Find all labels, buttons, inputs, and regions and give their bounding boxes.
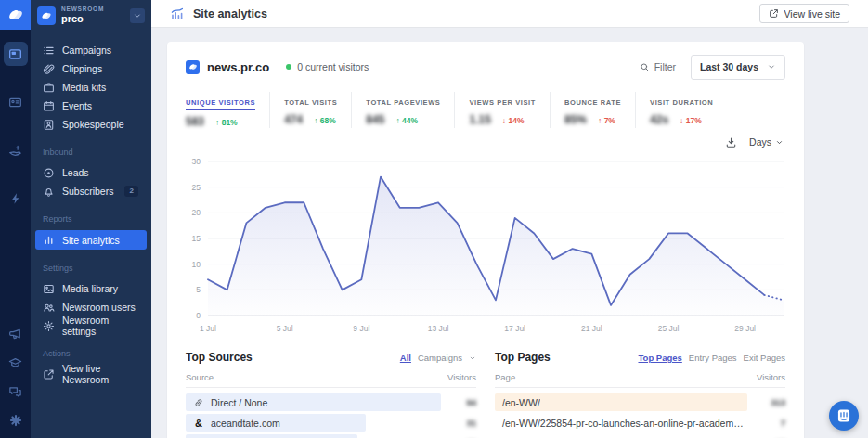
sidebar-section-settings: Settings: [31, 264, 151, 273]
filter-button[interactable]: Filter: [640, 61, 676, 72]
sidebar-item-leads[interactable]: Leads: [31, 163, 151, 182]
rail-item-announcements[interactable]: [4, 322, 28, 346]
external-link-icon: [43, 368, 55, 380]
sidebar-item-label: Spokespeople: [62, 119, 124, 130]
sources-all-link[interactable]: All: [400, 353, 411, 363]
visitors-value-redacted: 313: [771, 397, 785, 407]
date-range-value: Last 30 days: [700, 61, 758, 72]
view-live-site-label: View live site: [784, 8, 841, 19]
stat-visit-duration[interactable]: VISIT DURATION 42s↓ 17%: [635, 92, 727, 128]
sidebar-item-label: Leads: [62, 167, 89, 178]
sidebar-item-spokespeople[interactable]: Spokespeople: [31, 115, 151, 134]
rail-item-academy[interactable]: [4, 351, 28, 375]
visitors-chart: 0510152025301 Jul5 Jul9 Jul13 Jul17 Jul2…: [167, 150, 804, 341]
view-live-site-button[interactable]: View live site: [759, 4, 850, 23]
page-row-contact[interactable]: /en-WW/contact/ 18: [495, 433, 785, 438]
page-row-home[interactable]: /en-WW/ 313: [495, 393, 785, 412]
stat-value-redacted: 583: [186, 115, 204, 128]
sidebar-item-site-analytics[interactable]: Site analytics: [35, 230, 147, 250]
svg-text:30: 30: [192, 157, 201, 166]
briefcase-icon: [43, 82, 55, 94]
stat-unique-visitors[interactable]: UNIQUE VISITORS 583↑ 81%: [186, 92, 269, 128]
gear-icon: [43, 320, 55, 332]
sidebar-item-clippings[interactable]: Clippings: [31, 59, 151, 78]
content-area: news.pr.co 0 current visitors Filter Las…: [151, 28, 868, 438]
stat-total-pageviews[interactable]: TOTAL PAGEVIEWS 845↑ 44%: [351, 92, 454, 128]
page-row-academy-post[interactable]: /en-WW/225854-pr-co-launches-an-online-p…: [495, 413, 785, 432]
rail-item-contacts[interactable]: [4, 90, 28, 114]
top-pages-section: Top Pages Top Pages Entry Pages Exit Pag…: [495, 351, 785, 438]
prco-logo-icon: [188, 62, 198, 71]
icon-rail: [0, 0, 31, 438]
media-library-icon: [43, 283, 55, 295]
source-row-direct[interactable]: Direct / None 94: [186, 393, 476, 412]
workspace-type-label: NEWSROOM: [61, 6, 130, 13]
sources-column-headers: Source Visitors: [186, 372, 476, 388]
site-favicon: [186, 60, 200, 74]
stat-change: ↑ 68%: [314, 116, 336, 125]
svg-text:9 Jul: 9 Jul: [353, 324, 369, 333]
page-title: Site analytics: [193, 7, 267, 20]
chart-controls: Days: [167, 134, 804, 150]
tab-exit-pages[interactable]: Exit Pages: [744, 353, 785, 363]
sidebar-item-media-kits[interactable]: Media kits: [31, 78, 151, 97]
svg-text:15: 15: [192, 234, 201, 243]
rail-item-integrations[interactable]: [4, 408, 28, 432]
rail-item-newsroom[interactable]: [4, 42, 28, 66]
stat-value-redacted: 1.15: [469, 113, 490, 126]
sidebar-item-events[interactable]: Events: [31, 97, 151, 115]
top-sources-section: Top Sources All Campaigns Source Visitor…: [186, 351, 476, 438]
stat-total-visits[interactable]: TOTAL VISITS 474↑ 68%: [269, 92, 351, 128]
prco-logo: [0, 0, 31, 30]
stat-value-redacted: 474: [284, 113, 303, 126]
visitors-value-redacted: 7: [781, 418, 785, 428]
link-icon: [192, 397, 205, 408]
rail-item-referrals[interactable]: [4, 138, 28, 162]
sidebar-item-label: Media kits: [62, 82, 106, 93]
date-range-select[interactable]: Last 30 days: [691, 55, 785, 80]
lightning-icon: [9, 192, 22, 205]
rail-item-chat[interactable]: [4, 380, 28, 404]
hand-plus-icon: [8, 144, 22, 158]
rail-item-activity[interactable]: [4, 187, 28, 211]
column-page: Page: [495, 372, 515, 382]
sidebar-item-label: View live Newsroom: [62, 363, 139, 385]
workspace-switcher[interactable]: NEWSROOM prco: [31, 0, 151, 31]
sidebar-item-newsroom-settings[interactable]: Newsroom settings: [31, 316, 151, 335]
sidebar-item-label: Newsroom settings: [62, 315, 139, 337]
contact-card-icon: [8, 96, 22, 110]
granularity-select[interactable]: Days: [749, 136, 784, 148]
tab-top-pages[interactable]: Top Pages: [638, 353, 681, 363]
source-row-aceandtate[interactable]: & aceandtate.com 31: [186, 413, 476, 432]
svg-text:21 Jul: 21 Jul: [581, 324, 602, 333]
site-domain: news.pr.co: [207, 60, 269, 74]
svg-text:29 Jul: 29 Jul: [734, 324, 756, 333]
top-pages-tabs: Top Pages Entry Pages Exit Pages: [638, 353, 785, 363]
chevron-down-icon: [775, 138, 784, 147]
download-icon[interactable]: [725, 136, 737, 148]
stat-value-redacted: 85%: [564, 113, 587, 126]
stat-change: ↑ 44%: [395, 116, 418, 125]
stat-views-per-visit[interactable]: VIEWS PER VISIT 1.15↓ 14%: [454, 92, 550, 128]
pages-column-headers: Page Visitors: [495, 372, 785, 388]
site-header: news.pr.co 0 current visitors Filter Las…: [167, 55, 804, 79]
intercom-messenger-icon: [836, 407, 852, 424]
sidebar-item-view-live-newsroom[interactable]: View live Newsroom: [31, 365, 151, 383]
stat-bounce-rate[interactable]: BOUNCE RATE 85%↑ 7%: [550, 92, 635, 128]
workspace-chevron-button[interactable]: [130, 8, 145, 23]
rail-bottom-group: [4, 322, 28, 438]
sidebar-item-newsroom-users[interactable]: Newsroom users: [31, 298, 151, 316]
tab-entry-pages[interactable]: Entry Pages: [689, 353, 737, 363]
sources-campaigns-link[interactable]: Campaigns: [418, 353, 462, 363]
sidebar-item-label: Events: [62, 100, 92, 111]
sidebar-item-subscribers[interactable]: Subscribers2: [31, 182, 151, 200]
source-row-google[interactable]: Google 29: [186, 433, 476, 438]
svg-text:5: 5: [196, 285, 201, 294]
sidebar-nav: Campaigns Clippings Media kits Events Sp…: [31, 31, 151, 383]
site-analytics-icon: [170, 6, 185, 21]
sidebar-item-campaigns[interactable]: Campaigns: [31, 41, 151, 59]
sidebar-item-media-library[interactable]: Media library: [31, 279, 151, 298]
svg-text:17 Jul: 17 Jul: [504, 324, 525, 333]
intercom-chat-button[interactable]: [829, 401, 859, 431]
source-label: aceandtate.com: [211, 418, 280, 429]
